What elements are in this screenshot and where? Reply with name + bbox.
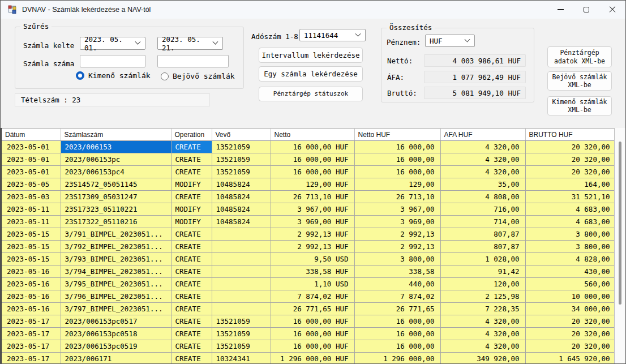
- grid-cell[interactable]: 16 000,00: [354, 153, 440, 166]
- grid-cell[interactable]: [212, 290, 271, 303]
- grid-cell[interactable]: 129,00 HUF: [271, 178, 354, 191]
- grid-cell[interactable]: 2023-05-17: [2, 315, 61, 328]
- grid-cell[interactable]: MODIFY: [171, 178, 212, 191]
- grid-cell[interactable]: 3/797_BIMPEL_2023051...: [61, 303, 171, 315]
- grid-cell[interactable]: 10485824: [212, 216, 271, 228]
- grid-cell[interactable]: 3 967,00: [354, 203, 440, 216]
- grid-cell[interactable]: 2023-05-01: [2, 141, 61, 153]
- grid-cell[interactable]: 4 320,00: [440, 340, 525, 353]
- grid-cell[interactable]: CREATE: [171, 253, 212, 265]
- date-to-combo[interactable]: 2023. 05. 21.: [157, 37, 223, 50]
- grid-cell[interactable]: 23S17309_05031247: [61, 191, 171, 203]
- grid-cell[interactable]: 349 920,00: [440, 353, 525, 364]
- grid-cell[interactable]: 2023-05-01: [2, 153, 61, 166]
- grid-cell[interactable]: 16 000,00 HUF: [271, 328, 354, 340]
- grid-cell[interactable]: 4 320,00: [440, 141, 525, 153]
- grid-cell[interactable]: 4 320,00: [440, 166, 525, 178]
- grid-cell[interactable]: 3 800,00: [354, 253, 440, 265]
- grid-cell[interactable]: 20 320,00: [525, 153, 616, 166]
- grid-cell[interactable]: 714,00: [440, 216, 525, 228]
- grid-cell[interactable]: 16 000,00 HUF: [271, 166, 354, 178]
- grid-cell[interactable]: CREATE: [171, 328, 212, 340]
- grid-cell[interactable]: 430,00: [525, 265, 616, 278]
- grid-cell[interactable]: 16 000,00: [354, 166, 440, 178]
- grid-cell[interactable]: 2023-05-16: [2, 265, 61, 278]
- grid-cell[interactable]: 4 808,00: [440, 191, 525, 203]
- grid-cell[interactable]: CREATE: [171, 191, 212, 203]
- grid-cell[interactable]: 3/795_BIMPEL_2023051...: [61, 278, 171, 290]
- grid-cell[interactable]: [212, 303, 271, 315]
- grid-cell[interactable]: [212, 241, 271, 253]
- column-header[interactable]: BRUTTO HUF: [525, 129, 616, 141]
- grid-cell[interactable]: 3 969,00 HUF: [271, 216, 354, 228]
- grid-cell[interactable]: 4 828,00: [525, 253, 616, 265]
- grid-cell[interactable]: 2023/006153pc0517: [61, 315, 171, 328]
- grid-cell[interactable]: 2023-05-16: [2, 278, 61, 290]
- grid-cell[interactable]: 3 967,00 HUF: [271, 203, 354, 216]
- grid-cell[interactable]: [212, 228, 271, 241]
- grid-cell[interactable]: MODIFY: [171, 216, 212, 228]
- grid-cell[interactable]: 807,87: [440, 228, 525, 241]
- minimize-button[interactable]: [547, 1, 573, 19]
- grid-cell[interactable]: 2023/006153pc0519: [61, 340, 171, 353]
- maximize-button[interactable]: [573, 1, 599, 19]
- grid-cell[interactable]: 16 000,00 HUF: [271, 340, 354, 353]
- grid-cell[interactable]: CREATE: [171, 166, 212, 178]
- grid-cell[interactable]: 338,58: [354, 265, 440, 278]
- grid-cell[interactable]: 2023/006153: [61, 141, 171, 153]
- column-header[interactable]: Operation: [171, 129, 212, 141]
- grid-cell[interactable]: 2023-05-16: [2, 290, 61, 303]
- grid-cell[interactable]: [212, 253, 271, 265]
- grid-cell[interactable]: CREATE: [171, 228, 212, 241]
- grid-cell[interactable]: 23S14572_05051145: [61, 178, 171, 191]
- grid-cell[interactable]: 26 771,65: [354, 303, 440, 315]
- grid-cell[interactable]: CREATE: [171, 153, 212, 166]
- grid-cell[interactable]: 16 000,00 HUF: [271, 153, 354, 166]
- grid-cell[interactable]: 10324341: [212, 353, 271, 364]
- grid-cell[interactable]: 9,50 USD: [271, 253, 354, 265]
- grid-cell[interactable]: 4 320,00: [440, 328, 525, 340]
- grid-cell[interactable]: 13521059: [212, 153, 271, 166]
- grid-cell[interactable]: 1,10 USD: [271, 278, 354, 290]
- outgoing-xml-button[interactable]: Kimenő számlák XML-be: [547, 96, 612, 115]
- grid-cell[interactable]: 2023/006153pc0518: [61, 328, 171, 340]
- grid-cell[interactable]: 1 296 000,00: [354, 353, 440, 364]
- grid-cell[interactable]: 2023/006171: [61, 353, 171, 364]
- grid-cell[interactable]: 20 320,00: [525, 328, 616, 340]
- grid-cell[interactable]: 2023/006153pc4: [61, 166, 171, 178]
- grid-cell[interactable]: 13521059: [212, 340, 271, 353]
- grid-cell[interactable]: CREATE: [171, 141, 212, 153]
- grid-cell[interactable]: 2023-05-17: [2, 340, 61, 353]
- grid-cell[interactable]: 91,42: [440, 265, 525, 278]
- grid-cell[interactable]: 1 296 000,00 HUF: [271, 353, 354, 364]
- grid-cell[interactable]: 2 992,13 HUF: [271, 228, 354, 241]
- grid-cell[interactable]: 2 992,13: [354, 228, 440, 241]
- invoice-number-from-input[interactable]: [80, 55, 145, 67]
- taxnumber-combo[interactable]: 11141644: [299, 29, 366, 41]
- grid-cell[interactable]: 16 000,00: [354, 315, 440, 328]
- grid-cell[interactable]: 10485824: [212, 178, 271, 191]
- grid-cell[interactable]: 20 320,00: [525, 141, 616, 153]
- grid-cell[interactable]: 3/792_BIMPEL_2023051...: [61, 241, 171, 253]
- grid-cell[interactable]: 2023/006153pc: [61, 153, 171, 166]
- grid-cell[interactable]: 16 000,00 HUF: [271, 141, 354, 153]
- cashregister-xml-button[interactable]: Pénztárgép adatok XML-be: [547, 46, 612, 67]
- grid-cell[interactable]: 2023-05-17: [2, 328, 61, 340]
- grid-cell[interactable]: 716,00: [440, 203, 525, 216]
- grid-cell[interactable]: 20 320,00: [525, 315, 616, 328]
- grid-cell[interactable]: 3 969,00: [354, 216, 440, 228]
- grid-cell[interactable]: MODIFY: [171, 203, 212, 216]
- grid-cell[interactable]: 164,00: [525, 178, 616, 191]
- column-header[interactable]: Dátum: [2, 129, 61, 141]
- grid-cell[interactable]: CREATE: [171, 265, 212, 278]
- grid-cell[interactable]: CREATE: [171, 290, 212, 303]
- radio-outgoing-invoices[interactable]: Kimenő számlák: [76, 71, 151, 80]
- grid-cell[interactable]: 10 000,00: [525, 290, 616, 303]
- grid-cell[interactable]: 13521059: [212, 141, 271, 153]
- grid-cell[interactable]: 3 800,00: [525, 228, 616, 241]
- grid-cell[interactable]: 129,00: [354, 178, 440, 191]
- grid-cell[interactable]: 3/796_BIMPEL_2023051...: [61, 290, 171, 303]
- grid-cell[interactable]: 35,00: [440, 178, 525, 191]
- grid-cell[interactable]: 13521059: [212, 166, 271, 178]
- grid-cell[interactable]: 26 771,65 HUF: [271, 303, 354, 315]
